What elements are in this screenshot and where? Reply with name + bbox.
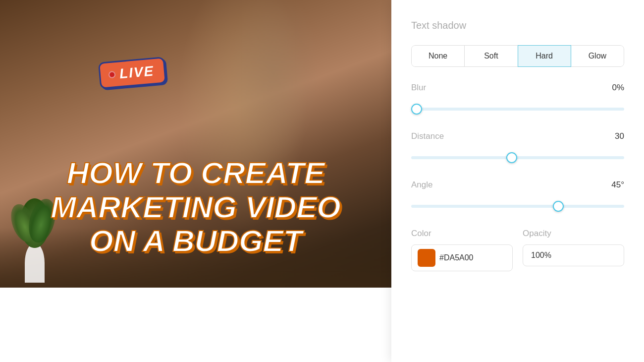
distance-slider[interactable]: [411, 156, 624, 159]
blur-value: 0%: [612, 83, 624, 93]
color-swatch[interactable]: [418, 249, 435, 267]
video-title: HOW TO CREATE MARKETING VIDEO ON A BUDGE…: [0, 156, 391, 258]
blur-slider[interactable]: [411, 108, 624, 111]
shadow-glow-button[interactable]: Glow: [571, 45, 624, 67]
opacity-label: Opacity: [523, 229, 624, 239]
color-label: Color: [411, 229, 513, 239]
shadow-soft-button[interactable]: Soft: [464, 45, 518, 67]
panel-title: Text shadow: [411, 20, 624, 31]
color-hex-input[interactable]: [439, 253, 484, 262]
angle-label: Angle: [411, 180, 432, 190]
opacity-input[interactable]: 100%: [523, 244, 624, 266]
opacity-section: Opacity 100%: [523, 229, 624, 266]
angle-value: 45°: [611, 180, 624, 190]
blur-slider-container: [411, 99, 624, 118]
color-picker[interactable]: [411, 244, 513, 271]
color-opacity-section: Color Opacity 100%: [411, 229, 624, 271]
shadow-none-button[interactable]: None: [411, 45, 465, 67]
video-bottom-area: [0, 288, 391, 362]
color-section: Color: [411, 229, 513, 271]
blur-label: Blur: [411, 83, 426, 93]
video-background: LIVE HOW TO CREATE MARKETING VIDEO ON A …: [0, 0, 391, 288]
angle-control: Angle 45°: [411, 180, 624, 215]
video-panel: LIVE HOW TO CREATE MARKETING VIDEO ON A …: [0, 0, 391, 362]
blur-control: Blur 0%: [411, 83, 624, 118]
distance-value: 30: [615, 131, 624, 141]
shadow-hard-button[interactable]: Hard: [518, 45, 571, 67]
distance-slider-container: [411, 147, 624, 166]
distance-label: Distance: [411, 131, 444, 141]
angle-slider-container: [411, 196, 624, 215]
live-dot: [108, 71, 116, 78]
settings-panel: Text shadow None Soft Hard Glow Blur 0% …: [391, 0, 644, 362]
distance-control: Distance 30: [411, 131, 624, 166]
shadow-type-selector: None Soft Hard Glow: [411, 45, 624, 67]
angle-slider[interactable]: [411, 205, 624, 208]
live-label: LIVE: [119, 63, 155, 82]
